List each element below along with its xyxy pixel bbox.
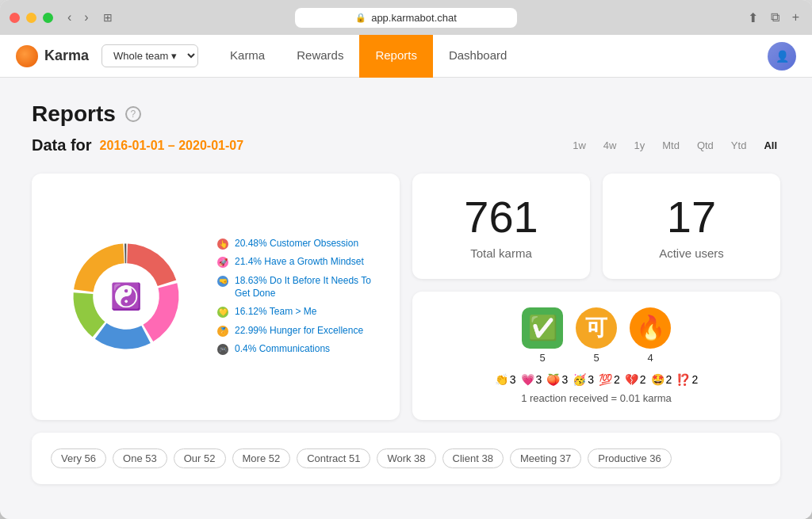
- tag-0[interactable]: Very 56: [51, 448, 106, 468]
- legend-item-2: 🤜 18.63% Do It Before It Needs To Get Do…: [217, 275, 381, 300]
- small-count-3: 3: [588, 373, 594, 386]
- legend-item-5: 🎮 0.4% Communications: [217, 343, 381, 356]
- filter-all[interactable]: All: [760, 138, 780, 153]
- brand-logo: [16, 45, 38, 67]
- tag-4[interactable]: Contract 51: [297, 448, 370, 468]
- nav-rewards[interactable]: Rewards: [281, 35, 359, 78]
- total-karma-label: Total karma: [470, 246, 532, 260]
- small-emoji-4: 💯2: [599, 373, 620, 386]
- tabs-button[interactable]: ⧉: [768, 7, 783, 29]
- total-karma-value: 761: [464, 193, 538, 242]
- tag-1[interactable]: One 53: [113, 448, 167, 468]
- fire-icon: 🔥: [630, 307, 671, 349]
- legend-dot-0: 👆: [217, 239, 228, 250]
- team-select[interactable]: Whole team ▾: [102, 44, 198, 67]
- small-count-2: 3: [561, 373, 568, 386]
- reactions-card: ✅ 5 可 5 🔥 4 👏3 💗: [412, 292, 780, 420]
- page-title-row: Reports ?: [32, 101, 780, 127]
- donut-center-icon: ☯️: [110, 281, 142, 311]
- titlebar: ‹ › ⊞ 🔒 app.karmabot.chat ⬆ ⧉ +: [0, 0, 812, 35]
- can-icon: 可: [576, 307, 617, 349]
- minimize-button[interactable]: [26, 13, 36, 23]
- main-reactions-row: ✅ 5 可 5 🔥 4: [431, 307, 761, 364]
- nav-arrows: ‹ ›: [63, 9, 94, 26]
- tag-2[interactable]: Our 52: [174, 448, 226, 468]
- legend-text-3[interactable]: 16.12% Team > Me: [235, 306, 317, 319]
- nav-dashboard[interactable]: Dashboard: [433, 35, 523, 78]
- brand-name: Karma: [44, 48, 89, 64]
- new-tab-button[interactable]: +: [789, 7, 802, 29]
- active-users-label: Active users: [659, 246, 724, 260]
- main-content: Reports ? Data for 2016-01-01 – 2020-01-…: [0, 78, 812, 519]
- legend-item-0: 👆 20.48% Customer Obsession: [217, 238, 381, 250]
- legend-text-0[interactable]: 20.48% Customer Obsession: [235, 238, 358, 250]
- titlebar-actions: ⬆ ⧉ +: [745, 7, 802, 29]
- small-emoji-1: 💗3: [521, 373, 542, 386]
- small-count-6: 2: [666, 373, 672, 386]
- small-count-5: 2: [640, 373, 646, 386]
- legend-text-5[interactable]: 0.4% Communications: [235, 343, 330, 356]
- filter-1y[interactable]: 1y: [630, 138, 648, 153]
- forward-button[interactable]: ›: [79, 9, 93, 26]
- navbar: Karma Whole team ▾ Karma Rewards Reports…: [0, 35, 812, 78]
- active-users-value: 17: [667, 193, 716, 242]
- checkmark-icon: ✅: [522, 307, 563, 349]
- active-users-card: 17 Active users: [603, 174, 780, 279]
- donut-chart: ☯️: [51, 221, 201, 372]
- small-emojis-row: 👏3 💗3 🍑3 🥳3 💯2 💔2 🤩2 ⁉️2: [431, 373, 761, 386]
- date-row: Data for 2016-01-01 – 2020-01-07 1w 4w 1…: [32, 136, 780, 155]
- filter-1w[interactable]: 1w: [569, 138, 589, 153]
- browser-window: ‹ › ⊞ 🔒 app.karmabot.chat ⬆ ⧉ + Karma Wh…: [0, 0, 812, 519]
- tag-7[interactable]: Meeting 37: [510, 448, 581, 468]
- date-range: 2016-01-01 – 2020-01-07: [100, 139, 243, 153]
- share-button[interactable]: ⬆: [745, 7, 761, 29]
- close-button[interactable]: [10, 13, 20, 23]
- legend-item-1: 🚀 21.4% Have a Growth Mindset: [217, 256, 381, 269]
- small-count-1: 3: [536, 373, 542, 386]
- tag-3[interactable]: More 52: [232, 448, 291, 468]
- back-button[interactable]: ‹: [63, 9, 76, 26]
- legend-item-3: 💛 16.12% Team > Me: [217, 306, 381, 319]
- reaction-fire-count: 4: [647, 352, 653, 364]
- tag-6[interactable]: Client 38: [442, 448, 504, 468]
- nav-links: Karma Rewards Reports Dashboard: [214, 35, 523, 78]
- legend-item-4: 🏅 22.99% Hunger for Excellence: [217, 325, 381, 338]
- time-filters: 1w 4w 1y Mtd Qtd Ytd All: [569, 138, 780, 153]
- data-for-label: Data for: [32, 136, 92, 155]
- legend-dot-4: 🏅: [217, 326, 228, 337]
- user-avatar[interactable]: 👤: [768, 42, 796, 71]
- small-emoji-7: ⁉️2: [676, 373, 698, 386]
- nav-karma[interactable]: Karma: [214, 35, 281, 78]
- filter-qtd[interactable]: Qtd: [694, 138, 717, 153]
- sidebar-button[interactable]: ⊞: [100, 8, 116, 27]
- small-emoji-2: 🍑3: [546, 373, 568, 386]
- page-title: Reports: [32, 101, 116, 127]
- reaction-checkmark-count: 5: [539, 352, 545, 364]
- small-count-7: 2: [691, 373, 698, 386]
- reaction-can-count: 5: [593, 352, 599, 364]
- legend-dot-1: 🚀: [217, 257, 228, 268]
- legend-text-4[interactable]: 22.99% Hunger for Excellence: [235, 325, 363, 338]
- fullscreen-button[interactable]: [43, 13, 53, 23]
- small-count-0: 3: [510, 373, 516, 386]
- small-emoji-0: 👏3: [495, 373, 516, 386]
- url-bar[interactable]: 🔒 app.karmabot.chat: [295, 8, 517, 28]
- brand: Karma: [16, 45, 89, 67]
- filter-mtd[interactable]: Mtd: [659, 138, 683, 153]
- tags-wrap: Very 56 One 53 Our 52 More 52 Contract 5…: [51, 448, 761, 468]
- legend-text-2[interactable]: 18.63% Do It Before It Needs To Get Done: [235, 275, 381, 300]
- small-emoji-6: 🤩2: [651, 373, 672, 386]
- legend-dot-3: 💛: [217, 307, 228, 318]
- legend-dot-2: 🤜: [217, 276, 228, 287]
- filter-ytd[interactable]: Ytd: [728, 138, 750, 153]
- legend-dot-5: 🎮: [217, 344, 228, 355]
- nav-reports[interactable]: Reports: [359, 35, 433, 78]
- tag-5[interactable]: Work 38: [377, 448, 435, 468]
- tag-8[interactable]: Productive 36: [588, 448, 672, 468]
- karma-rate: 1 reaction received = 0.01 karma: [431, 392, 761, 404]
- help-icon[interactable]: ?: [125, 106, 141, 122]
- tags-card: Very 56 One 53 Our 52 More 52 Contract 5…: [32, 433, 780, 484]
- url-text: app.karmabot.chat: [371, 12, 457, 24]
- legend-text-1[interactable]: 21.4% Have a Growth Mindset: [235, 256, 364, 269]
- filter-4w[interactable]: 4w: [600, 138, 620, 153]
